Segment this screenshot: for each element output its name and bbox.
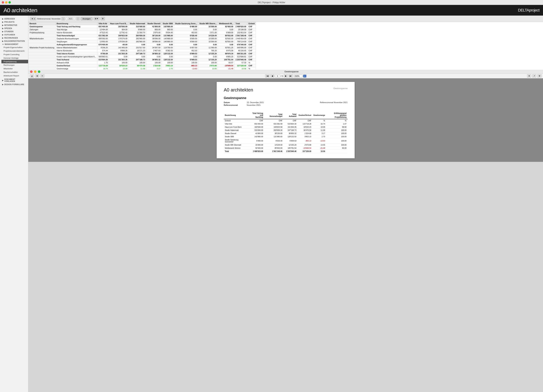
table-einheit-0: CHF <box>248 25 256 28</box>
pdf-config-button[interactable]: ⚙ <box>537 74 542 78</box>
pdf-share-button[interactable]: ↗ <box>532 74 536 78</box>
next-year-button[interactable]: › <box>74 18 74 20</box>
sidebar-item-projekt-controlling[interactable]: Projekt Controlling <box>1 53 28 56</box>
pdf-cell-2-0: Studie Habermatt <box>224 129 248 132</box>
table-bereich-9 <box>28 52 56 55</box>
table-cell-9-3: 36'805.32 <box>146 52 162 55</box>
pdf-first-button[interactable]: |◀ <box>265 74 270 78</box>
anzeigen-button[interactable]: Anzeigen <box>81 17 93 20</box>
zoom-plus-button[interactable]: + <box>303 75 306 78</box>
sidebar-item-mitarbeiter-sub[interactable]: Mitarbeiter <box>1 67 28 70</box>
table-cell-3-7: 85'932.00 <box>218 34 234 37</box>
pdf-subh-chf4: CHF <box>298 119 312 122</box>
pdf-prev-button[interactable]: ◀ <box>270 74 274 78</box>
table-cell-0-0: 691'400.00 <box>97 25 109 28</box>
table-bereich-0: Gewinnspanne <box>28 25 56 28</box>
table-cell-14-3: 3.17 <box>146 67 162 70</box>
export-button[interactable]: ⊞▼ <box>94 17 100 20</box>
col-sbb: Studie SBB <box>161 22 174 25</box>
zoom-input[interactable] <box>294 75 302 78</box>
table-cell-1-4: 960.00 <box>161 28 174 31</box>
table-cell-9-5: 6'909.53 <box>174 52 198 55</box>
minimize-button[interactable] <box>5 1 7 4</box>
pdf-cell-5-0: Studie Sanierung Sonnenhof <box>224 138 248 143</box>
pdf-cell-4-6: 100.00 <box>326 135 348 138</box>
sidebar-item-management[interactable]: ▼ MANAGEMENT <box>0 42 28 46</box>
table-cell-13-6: 2'073.80 <box>198 64 218 67</box>
table-cell-7-7: 92'501.25 <box>218 46 234 49</box>
col-total: Total <box>234 22 247 25</box>
table-cell-14-2: 11.58 <box>129 67 146 70</box>
table-cell-4-8: 1'445'454.00 <box>234 37 247 40</box>
sidebar-item-adressen[interactable]: ▶ ADRESSEN <box>0 17 28 20</box>
col-sanierung: Studie Sanierung Sonn... <box>174 22 198 25</box>
sidebar-item-honorar-vertraege[interactable]: Honorar-Verträge <box>1 56 28 60</box>
table-cell-8-1: 9'898.35 <box>109 49 129 52</box>
pdf-subh-chf1: CHF <box>248 119 264 122</box>
sidebar-item-arbeitszeit[interactable]: Arbeitszeit Report <box>1 74 28 78</box>
table-cell-5-0: 13'950.00 <box>97 40 109 43</box>
sidebar-item-projekte[interactable]: ▶ PROJEKTE <box>0 20 28 23</box>
sidebar-item-projektplanung[interactable]: Projektplanung <box>1 60 28 63</box>
pdf-next-button[interactable]: ▶ <box>284 74 288 78</box>
circle-red[interactable] <box>30 70 33 73</box>
sidebar-item-bauadministration[interactable]: ▶ BAUADMINISTRATION <box>0 39 28 42</box>
sidebar-item-stunden[interactable]: ▶ STUNDEN <box>0 30 28 33</box>
pdf-cell-0-4: 115'718.28 <box>298 122 312 125</box>
pdf-page-input[interactable] <box>275 75 280 77</box>
pdf-edit-button[interactable]: ✏ <box>40 74 44 78</box>
prev-month-button[interactable]: ‹ <box>62 17 65 20</box>
table-cell-2-6: 1'071.00 <box>198 31 218 34</box>
sidebar-item-rechnungen[interactable]: ▶ RECHNUNGEN <box>0 36 28 39</box>
sidebar-item-rechnungen-sub[interactable]: Rechnungen <box>1 63 28 67</box>
print-button[interactable]: 🖨 <box>30 74 34 78</box>
circle-yellow[interactable] <box>34 70 36 73</box>
table-bereich-4: Mitarbeiterkosten <box>28 37 56 40</box>
table-cell-6-6: 0.00 <box>198 43 218 46</box>
sidebar-item-bauherrschaften[interactable]: Bauherrschaften <box>1 70 28 74</box>
sidebar-item-dokument[interactable]: ▶ DOKUMENT VORLAGEN <box>0 78 28 83</box>
sidebar-item-mitarbeiter[interactable]: ▶ MITARBEITER <box>0 23 28 27</box>
sidebar-item-design[interactable]: ▶ DESIGN FORMULARE <box>0 83 28 86</box>
pdf-export-button[interactable]: ⬇ <box>527 74 531 78</box>
maximize-button[interactable] <box>8 1 11 4</box>
table-cell-6-3: 0.00 <box>146 43 162 46</box>
pdf-cell-0-5: 16.74 <box>312 122 326 125</box>
table-bereich-5 <box>28 40 56 43</box>
settings-button[interactable]: ⚙ <box>101 17 105 20</box>
table-bezeichnung-12: Aufwand erfüllt <box>56 61 97 64</box>
sidebar-item-projektstunden[interactable]: Projektstundenübersicht <box>1 49 28 53</box>
pdf-cell-1-3: 151'303.35 <box>283 125 297 129</box>
table-cell-6-2: 0.00 <box>129 43 146 46</box>
close-button[interactable] <box>2 1 4 4</box>
sidebar-item-projekt-eigenschaften[interactable]: Projekt-Eigenschaften <box>1 46 28 49</box>
table-cell-6-1: -60.00 <box>109 43 129 46</box>
table-einheit-5: CHF <box>248 40 256 43</box>
pdf-cell-4-1: 142'880.00 <box>248 135 264 138</box>
col-habermatt: Studie Habermatt <box>129 22 146 25</box>
pdf-settings-button[interactable]: ⊞ <box>35 74 39 78</box>
next-month-button[interactable]: › <box>76 17 79 20</box>
table-cell-11-7: 105'781.54 <box>218 58 234 61</box>
sidebar-item-spesen[interactable]: ▶ SPESEN <box>0 27 28 30</box>
pdf-total-4: 157'228.00 <box>298 150 312 153</box>
prev-year-button[interactable]: ‹ <box>67 18 68 20</box>
pdf-cell-0-3: 515'664.30 <box>283 122 297 125</box>
pdf-last-button[interactable]: ▶| <box>288 74 293 78</box>
table-cell-3-6: 14'229.00 <box>198 34 218 37</box>
pdf-total-5: 10.56 <box>312 150 326 153</box>
filter-button[interactable]: ▼ ≡ <box>30 17 36 20</box>
table-cell-2-8: 102'453.54 <box>234 31 247 34</box>
pdf-subh-pct2: % <box>326 119 348 122</box>
pdf-total-0: Total <box>224 150 248 153</box>
table-einheit-10: CHF <box>248 55 256 58</box>
referenzmonat-label-pdf: Referenzmonat <box>224 104 243 106</box>
table-einheit-7: CHF <box>248 46 256 49</box>
table-bereich-6 <box>28 43 56 46</box>
table-cell-4-0: 690'350.00 <box>97 37 109 40</box>
table-cell-4-6: 15'300.00 <box>198 37 218 40</box>
table-cell-5-1: 179'336.00 <box>109 40 129 43</box>
table-cell-7-8: 645'095.00 <box>234 46 247 49</box>
sidebar-item-aufgaben[interactable]: ▶ AUFGABEN <box>0 33 28 36</box>
circle-green[interactable] <box>38 70 40 73</box>
